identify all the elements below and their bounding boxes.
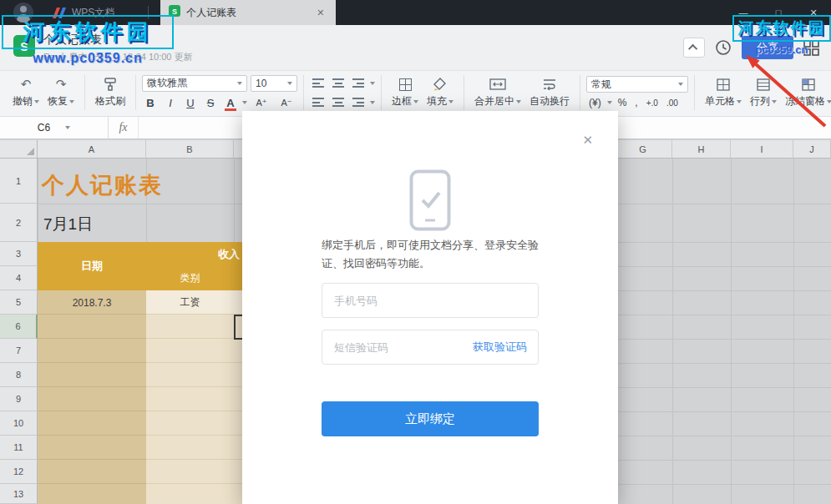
close-button[interactable]: ✕ (796, 0, 831, 25)
table-header-income[interactable]: 收入 (163, 242, 240, 266)
undo-button[interactable]: ↶ 撤销 (8, 77, 43, 108)
table-header-date[interactable]: 日期 (38, 242, 146, 290)
app-grid-icon[interactable] (803, 40, 819, 56)
cells-button[interactable]: 单元格 (701, 77, 746, 108)
svg-text:S: S (20, 40, 28, 53)
column-header-B[interactable]: B (146, 140, 234, 159)
align-middle-button[interactable] (330, 75, 347, 91)
row-header-11[interactable]: 11 (0, 436, 38, 460)
caret-down-icon (678, 83, 683, 88)
number-format-group: 常规 (¥) % , +.0 .00 (586, 76, 688, 109)
cell-name-box[interactable]: C6 (0, 117, 109, 139)
select-all-corner[interactable] (0, 140, 38, 159)
row-header-7[interactable]: 7 (0, 339, 38, 363)
row-header-6[interactable]: 6 (0, 315, 38, 339)
increase-decimal-button[interactable]: +.0 (644, 98, 661, 108)
comma-format-button[interactable]: , (632, 96, 640, 109)
column-b-data-band (146, 290, 242, 504)
alignment-group (310, 75, 375, 110)
align-left-button[interactable] (310, 94, 327, 110)
row-header-13[interactable]: 13 (0, 484, 38, 504)
font-color-button[interactable]: A (222, 95, 239, 111)
cells-label: 单元格 (705, 94, 735, 108)
document-tab[interactable]: S 个人记账表 ✕ (160, 0, 336, 25)
align-center-button[interactable] (330, 94, 347, 110)
row-header-12[interactable]: 12 (0, 460, 38, 484)
spreadsheet-file-icon: S (169, 5, 180, 20)
column-header-A[interactable]: A (38, 140, 146, 159)
italic-button[interactable]: I (162, 95, 179, 111)
user-avatar[interactable] (13, 3, 33, 23)
column-header-J[interactable]: J (793, 140, 831, 159)
align-bottom-button[interactable] (350, 75, 367, 91)
font-name-combo[interactable]: 微软雅黑 (142, 75, 247, 92)
svg-text:S: S (172, 8, 177, 16)
wps-spreadsheet-window: ABCDEFGHIJ12345678910111213 个人记账表 7月1日 日… (0, 0, 831, 504)
cell-a5-date-value[interactable]: 2018.7.3 (38, 290, 146, 315)
share-button[interactable]: 分享 (742, 36, 793, 59)
redo-button[interactable]: ↷ 恢复 (43, 77, 79, 108)
decrease-decimal-button[interactable]: .00 (664, 98, 681, 108)
description-line-2: 证、找回密码等功能。 (322, 255, 547, 273)
sheet-title-cell[interactable]: 个人记账表 (42, 167, 163, 204)
format-painter-button[interactable]: 格式刷 (91, 77, 129, 108)
number-format-combo[interactable]: 常规 (586, 76, 688, 93)
maximize-button[interactable]: □ (761, 0, 796, 25)
bind-now-button[interactable]: 立即绑定 (322, 401, 539, 436)
row-header-10[interactable]: 10 (0, 411, 38, 436)
row-header-3[interactable]: 3 (0, 242, 38, 266)
format-painter-icon (104, 77, 116, 92)
borders-button[interactable]: 边框 (388, 77, 423, 108)
row-header-1[interactable]: 1 (0, 159, 38, 204)
undo-icon: ↶ (21, 77, 32, 92)
column-header-H[interactable]: H (672, 140, 731, 159)
row-header-2[interactable]: 2 (0, 204, 38, 242)
align-bottom-icon (352, 78, 364, 88)
tab-close-icon[interactable]: ✕ (313, 6, 327, 20)
get-code-link[interactable]: 获取验证码 (473, 330, 527, 365)
row-column-button[interactable]: 行列 (746, 77, 781, 108)
percent-format-button[interactable]: % (616, 96, 630, 109)
font-size-combo[interactable]: 10 (251, 75, 297, 92)
app-label[interactable]: WPS文档 (72, 6, 114, 20)
align-top-button[interactable] (310, 75, 327, 91)
align-right-button[interactable] (350, 94, 367, 110)
table-header-category[interactable]: 类别 (146, 266, 234, 290)
merge-center-button[interactable]: 合并居中 (470, 77, 525, 108)
caret-down-icon (242, 101, 247, 107)
redo-icon: ↷ (56, 77, 67, 92)
currency-format-button[interactable]: (¥) (586, 96, 604, 109)
column-header-I[interactable]: I (731, 140, 793, 159)
shrink-font-button[interactable]: A⁻ (276, 95, 297, 111)
dialog-close-icon[interactable]: ✕ (582, 133, 593, 148)
row-header-9[interactable]: 9 (0, 387, 38, 411)
fx-icon: fx (109, 117, 139, 139)
phone-number-field (322, 283, 539, 318)
row-header-4[interactable]: 4 (0, 266, 38, 290)
underline-button[interactable]: U (182, 95, 199, 111)
wrap-text-button[interactable]: 自动换行 (525, 77, 574, 108)
column-header-G[interactable]: G (614, 140, 672, 159)
sheet-date-cell[interactable]: 7月1日 (43, 210, 93, 239)
caret-down-icon (516, 100, 521, 106)
history-clock-icon[interactable] (715, 39, 732, 56)
cell-b5-category-value[interactable]: 工资 (146, 290, 234, 315)
row-header-8[interactable]: 8 (0, 363, 38, 387)
row-column-label: 行列 (750, 94, 770, 108)
group-separator (464, 75, 464, 110)
phone-number-input[interactable] (322, 283, 539, 318)
fill-color-button[interactable]: 填充 (423, 77, 458, 108)
row-column-icon (757, 77, 770, 92)
freeze-panes-button[interactable]: 冻结窗格 (781, 77, 831, 108)
grow-font-button[interactable]: A⁺ (251, 95, 272, 111)
collapse-ribbon-button[interactable] (683, 38, 705, 58)
tab-title: 个人记账表 (186, 6, 313, 20)
bold-button[interactable]: B (142, 95, 159, 111)
wps-logo-icon[interactable] (52, 7, 67, 19)
minimize-button[interactable]: — (726, 0, 761, 25)
number-format-value: 常规 (591, 78, 678, 92)
strikethrough-button[interactable]: S (202, 95, 219, 111)
row-header-5[interactable]: 5 (0, 290, 38, 315)
fill-label: 填充 (427, 94, 447, 108)
dialog-description: 绑定手机后，即可使用文档分享、登录安全验 证、找回密码等功能。 (322, 236, 547, 273)
